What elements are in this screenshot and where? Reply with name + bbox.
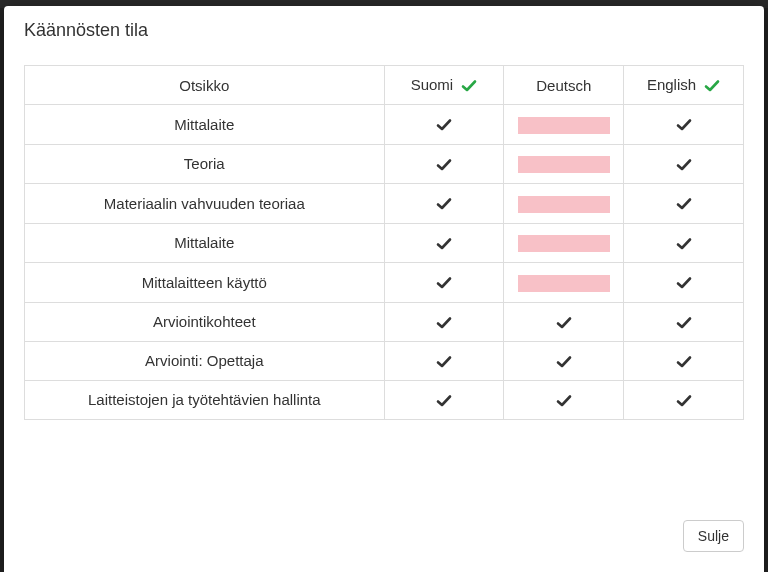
modal-footer: Sulje <box>4 504 764 572</box>
check-icon <box>436 393 452 409</box>
status-cell <box>384 380 504 419</box>
status-cell <box>624 302 744 341</box>
row-title: Mittalaitteen käyttö <box>25 263 385 303</box>
table-row: Mittalaitteen käyttö <box>25 263 744 303</box>
translations-table: Otsikko Suomi Deutsch English Mittala <box>24 65 744 420</box>
missing-translation-indicator <box>518 156 610 173</box>
th-lang-label: Suomi <box>411 76 454 93</box>
table-row: Laitteistojen ja työtehtävien hallinta <box>25 380 744 419</box>
check-icon <box>436 236 452 252</box>
modal-header: Käännösten tila <box>4 6 764 47</box>
row-title: Teoria <box>25 144 385 184</box>
status-cell <box>624 223 744 263</box>
status-cell <box>384 184 504 224</box>
status-cell <box>384 223 504 263</box>
row-title: Arviointikohteet <box>25 302 385 341</box>
check-icon <box>676 157 692 173</box>
status-cell <box>504 223 624 263</box>
check-icon <box>676 354 692 370</box>
check-icon <box>556 393 572 409</box>
check-icon <box>676 315 692 331</box>
check-icon <box>676 196 692 212</box>
status-cell <box>504 302 624 341</box>
status-cell <box>624 105 744 145</box>
status-cell <box>624 184 744 224</box>
table-header-row: Otsikko Suomi Deutsch English <box>25 66 744 105</box>
check-icon <box>556 354 572 370</box>
status-cell <box>504 263 624 303</box>
check-icon <box>676 275 692 291</box>
status-cell <box>504 105 624 145</box>
status-cell <box>504 144 624 184</box>
th-lang-deutsch: Deutsch <box>504 66 624 105</box>
check-icon <box>436 275 452 291</box>
status-cell <box>624 144 744 184</box>
modal-body: Otsikko Suomi Deutsch English Mittala <box>4 47 764 504</box>
row-title: Mittalaite <box>25 105 385 145</box>
row-title: Mittalaite <box>25 223 385 263</box>
check-icon <box>436 354 452 370</box>
missing-translation-indicator <box>518 235 610 252</box>
th-lang-suomi: Suomi <box>384 66 504 105</box>
table-row: Arviointikohteet <box>25 302 744 341</box>
missing-translation-indicator <box>518 117 610 134</box>
check-icon <box>461 78 477 94</box>
table-row: Teoria <box>25 144 744 184</box>
status-cell <box>504 380 624 419</box>
check-icon <box>436 157 452 173</box>
status-cell <box>384 105 504 145</box>
status-cell <box>624 380 744 419</box>
translations-status-modal: Käännösten tila Otsikko Suomi Deutsch <box>4 6 764 572</box>
missing-translation-indicator <box>518 275 610 292</box>
status-cell <box>624 263 744 303</box>
check-icon <box>436 196 452 212</box>
status-cell <box>384 302 504 341</box>
table-body: MittalaiteTeoriaMateriaalin vahvuuden te… <box>25 105 744 420</box>
check-icon <box>436 117 452 133</box>
missing-translation-indicator <box>518 196 610 213</box>
check-icon <box>676 117 692 133</box>
row-title: Laitteistojen ja työtehtävien hallinta <box>25 380 385 419</box>
table-row: Mittalaite <box>25 223 744 263</box>
status-cell <box>504 341 624 380</box>
th-title: Otsikko <box>25 66 385 105</box>
row-title: Arviointi: Opettaja <box>25 341 385 380</box>
check-icon <box>556 315 572 331</box>
close-button[interactable]: Sulje <box>683 520 744 552</box>
status-cell <box>504 184 624 224</box>
status-cell <box>624 341 744 380</box>
check-icon <box>436 315 452 331</box>
th-lang-label: Deutsch <box>536 77 591 94</box>
th-lang-label: English <box>647 76 696 93</box>
modal-title: Käännösten tila <box>24 20 744 41</box>
status-cell <box>384 263 504 303</box>
table-row: Mittalaite <box>25 105 744 145</box>
check-icon <box>704 78 720 94</box>
check-icon <box>676 393 692 409</box>
table-row: Arviointi: Opettaja <box>25 341 744 380</box>
check-icon <box>676 236 692 252</box>
row-title: Materiaalin vahvuuden teoriaa <box>25 184 385 224</box>
status-cell <box>384 341 504 380</box>
table-row: Materiaalin vahvuuden teoriaa <box>25 184 744 224</box>
status-cell <box>384 144 504 184</box>
th-lang-english: English <box>624 66 744 105</box>
